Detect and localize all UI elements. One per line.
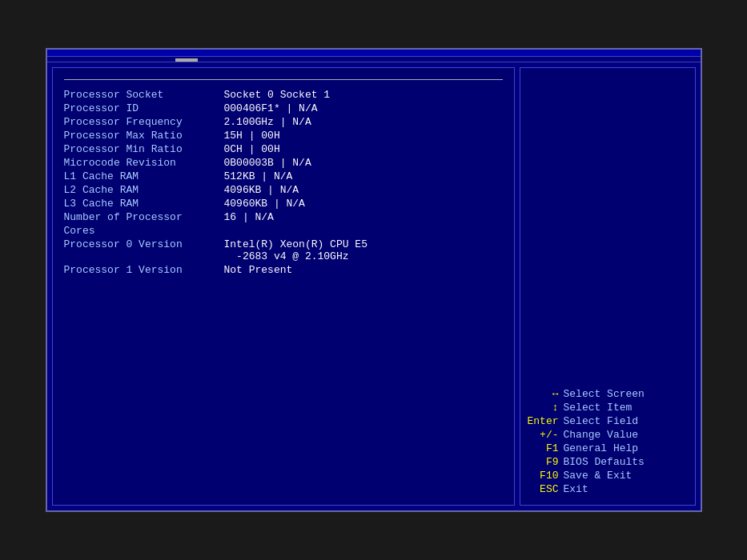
key-help-row: +/-Change Value [527, 429, 689, 441]
key-description: Change Value [564, 429, 639, 441]
table-row: L2 Cache RAM4096KB | N/A [64, 183, 503, 197]
row-value: 15H | 00H [216, 129, 503, 142]
key-description: Select Field [564, 415, 639, 427]
key-description: Save & Exit [564, 470, 633, 482]
key-help-row: F10Save & Exit [527, 470, 689, 482]
key-description: Exit [564, 483, 588, 495]
key-symbol: F10 [527, 470, 559, 482]
row-label: Number of Processor [64, 210, 216, 224]
left-panel: Processor SocketSocket 0 Socket 1Process… [52, 67, 515, 506]
table-row: Processor SocketSocket 0 Socket 1 [64, 88, 503, 102]
key-help-row: ↕Select Item [527, 402, 689, 414]
table-row: Processor Max Ratio15H | 00H [64, 129, 503, 142]
right-panel: ↔Select Screen↕Select ItemEnterSelect Fi… [520, 67, 696, 506]
key-symbol: ESC [527, 483, 559, 495]
key-symbol: F9 [527, 456, 559, 468]
key-help-row: F1General Help [527, 442, 689, 454]
row-label: Processor ID [64, 102, 216, 115]
key-description: Select Screen [564, 388, 645, 400]
row-value: 4096KB | N/A [216, 183, 503, 197]
table-row: Processor 1 VersionNot Present [64, 263, 503, 277]
key-help-row: EnterSelect Field [527, 415, 689, 427]
key-symbol: Enter [527, 415, 559, 427]
table-row: L1 Cache RAM512KB | N/A [64, 170, 503, 183]
key-description: BIOS Defaults [564, 456, 645, 468]
row-label: Processor 0 Version [64, 238, 216, 263]
row-value: Intel(R) Xeon(R) CPU E5 -2683 v4 @ 2.10G… [216, 238, 503, 263]
key-help-row: F9BIOS Defaults [527, 456, 689, 468]
row-label: L2 Cache RAM [64, 183, 216, 197]
row-value: 40960KB | N/A [216, 197, 503, 210]
key-symbol: ↕ [527, 402, 559, 414]
key-description: General Help [564, 442, 639, 454]
table-row: Number of Processor16 | N/A [64, 210, 503, 224]
title-bar [47, 50, 701, 57]
row-value: 000406F1* | N/A [216, 102, 503, 115]
row-value: 512KB | N/A [216, 170, 503, 183]
table-row: Processor ID000406F1* | N/A [64, 102, 503, 115]
key-help: ↔Select Screen↕Select ItemEnterSelect Fi… [527, 388, 689, 497]
info-table: Processor SocketSocket 0 Socket 1Process… [64, 88, 503, 277]
table-row: L3 Cache RAM40960KB | N/A [64, 197, 503, 210]
key-description: Select Item [564, 402, 633, 414]
row-label: Processor 1 Version [64, 263, 216, 277]
row-label: L3 Cache RAM [64, 197, 216, 210]
row-label: Processor Socket [64, 88, 216, 102]
table-row: Cores [64, 224, 503, 238]
key-help-row: ↔Select Screen [527, 388, 689, 400]
key-symbol: +/- [527, 429, 559, 441]
row-label: Processor Max Ratio [64, 129, 216, 142]
row-label: Microcode Revision [64, 156, 216, 170]
row-label: L1 Cache RAM [64, 170, 216, 183]
row-value: 2.100GHz | N/A [216, 115, 503, 129]
row-label: Processor Min Ratio [64, 142, 216, 156]
tab-bar [47, 57, 701, 62]
key-help-row: ESCExit [527, 483, 689, 495]
section-divider [64, 79, 503, 80]
key-symbol: ↔ [527, 388, 559, 400]
row-value: Socket 0 Socket 1 [216, 88, 503, 102]
row-value: 0B00003B | N/A [216, 156, 503, 170]
table-row: Processor Frequency2.100GHz | N/A [64, 115, 503, 129]
row-label: Processor Frequency [64, 115, 216, 129]
table-row: Processor Min Ratio0CH | 00H [64, 142, 503, 156]
main-area: Processor SocketSocket 0 Socket 1Process… [47, 62, 701, 510]
tab-advanced[interactable] [175, 58, 198, 62]
row-value: Not Present [216, 263, 503, 277]
bios-window: Processor SocketSocket 0 Socket 1Process… [46, 48, 702, 512]
row-value: 16 | N/A [216, 210, 503, 224]
row-label: Cores [64, 224, 216, 238]
table-row: Processor 0 VersionIntel(R) Xeon(R) CPU … [64, 238, 503, 263]
row-value: 0CH | 00H [216, 142, 503, 156]
key-symbol: F1 [527, 442, 559, 454]
table-row: Microcode Revision0B00003B | N/A [64, 156, 503, 170]
row-value [216, 224, 503, 238]
